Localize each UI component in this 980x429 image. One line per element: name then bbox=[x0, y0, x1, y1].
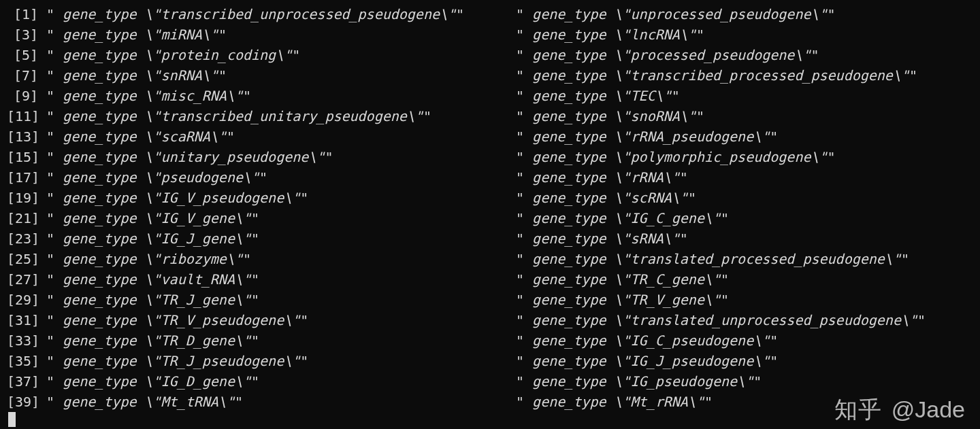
vector-element: " gene_type \"IG_C_gene\"" bbox=[516, 208, 973, 228]
output-row: [25]" gene_type \"ribozyme\""" gene_type… bbox=[7, 249, 973, 269]
vector-element: " gene_type \"scaRNA\"" bbox=[46, 126, 516, 147]
output-row: [39]" gene_type \"Mt_tRNA\""" gene_type … bbox=[7, 392, 973, 412]
vector-element: " gene_type \"vault_RNA\"" bbox=[46, 269, 516, 290]
output-row: [21]" gene_type \"IG_V_gene\""" gene_typ… bbox=[7, 208, 973, 228]
row-index: [9] bbox=[7, 86, 38, 106]
vector-element: " gene_type \"IG_J_pseudogene\"" bbox=[516, 351, 973, 371]
vector-element: " gene_type \"Mt_rRNA\"" bbox=[516, 392, 973, 412]
vector-element: " gene_type \"IG_J_gene\"" bbox=[46, 228, 516, 249]
row-index: [35] bbox=[7, 351, 38, 371]
vector-element: " gene_type \"polymorphic_pseudogene\"" bbox=[516, 147, 973, 167]
row-index: [37] bbox=[7, 371, 38, 392]
output-row: [27]" gene_type \"vault_RNA\""" gene_typ… bbox=[7, 269, 973, 290]
vector-element: " gene_type \"IG_C_pseudogene\"" bbox=[516, 330, 973, 351]
vector-element: " gene_type \"TR_C_gene\"" bbox=[516, 269, 973, 290]
output-row: [3]" gene_type \"miRNA\""" gene_type \"l… bbox=[7, 24, 973, 45]
row-index: [19] bbox=[7, 188, 38, 208]
vector-element: " gene_type \"translated_unprocessed_pse… bbox=[516, 310, 973, 330]
row-index: [21] bbox=[7, 208, 38, 228]
row-index: [39] bbox=[7, 392, 38, 412]
row-index: [27] bbox=[7, 269, 38, 290]
vector-element: " gene_type \"protein_coding\"" bbox=[46, 45, 516, 65]
row-index: [23] bbox=[7, 228, 38, 249]
vector-element: " gene_type \"lncRNA\"" bbox=[516, 24, 973, 45]
row-index: [3] bbox=[7, 24, 38, 45]
vector-element: " gene_type \"TR_V_pseudogene\"" bbox=[46, 310, 516, 330]
output-row: [5]" gene_type \"protein_coding\""" gene… bbox=[7, 45, 973, 65]
vector-element: " gene_type \"IG_pseudogene\"" bbox=[516, 371, 973, 392]
vector-element: " gene_type \"misc_RNA\"" bbox=[46, 86, 516, 106]
vector-element: " gene_type \"IG_D_gene\"" bbox=[46, 371, 516, 392]
output-row: [19]" gene_type \"IG_V_pseudogene\""" ge… bbox=[7, 188, 973, 208]
vector-element: " gene_type \"rRNA_pseudogene\"" bbox=[516, 126, 973, 147]
output-row: [11]" gene_type \"transcribed_unitary_ps… bbox=[7, 106, 973, 126]
output-row: [31]" gene_type \"TR_V_pseudogene\""" ge… bbox=[7, 310, 973, 330]
vector-element: " gene_type \"scRNA\"" bbox=[516, 188, 973, 208]
row-index: [11] bbox=[7, 106, 38, 126]
output-row: [13]" gene_type \"scaRNA\""" gene_type \… bbox=[7, 126, 973, 147]
vector-element: " gene_type \"TR_J_pseudogene\"" bbox=[46, 351, 516, 371]
output-row: [23]" gene_type \"IG_J_gene\""" gene_typ… bbox=[7, 228, 973, 249]
vector-element: " gene_type \"pseudogene\"" bbox=[46, 167, 516, 188]
vector-element: " gene_type \"transcribed_processed_pseu… bbox=[516, 65, 973, 86]
vector-element: " gene_type \"unprocessed_pseudogene\"" bbox=[516, 4, 973, 24]
vector-element: " gene_type \"miRNA\"" bbox=[46, 24, 516, 45]
row-index: [7] bbox=[7, 65, 38, 86]
output-row: [17]" gene_type \"pseudogene\""" gene_ty… bbox=[7, 167, 973, 188]
vector-element: " gene_type \"snRNA\"" bbox=[46, 65, 516, 86]
vector-element: " gene_type \"Mt_tRNA\"" bbox=[46, 392, 516, 412]
output-row: [37]" gene_type \"IG_D_gene\""" gene_typ… bbox=[7, 371, 973, 392]
row-index: [13] bbox=[7, 126, 38, 147]
row-index: [33] bbox=[7, 330, 38, 351]
row-index: [5] bbox=[7, 45, 38, 65]
terminal-output: [1]" gene_type \"transcribed_unprocessed… bbox=[0, 0, 980, 429]
vector-element: " gene_type \"rRNA\"" bbox=[516, 167, 973, 188]
vector-element: " gene_type \"TEC\"" bbox=[516, 86, 973, 106]
vector-element: " gene_type \"snoRNA\"" bbox=[516, 106, 973, 126]
output-row: [33]" gene_type \"TR_D_gene\""" gene_typ… bbox=[7, 330, 973, 351]
vector-element: " gene_type \"ribozyme\"" bbox=[46, 249, 516, 269]
vector-element: " gene_type \"sRNA\"" bbox=[516, 228, 973, 249]
vector-element: " gene_type \"TR_V_gene\"" bbox=[516, 290, 973, 310]
vector-element: " gene_type \"transcribed_unitary_pseudo… bbox=[46, 106, 516, 126]
row-index: [31] bbox=[7, 310, 38, 330]
output-row: [15]" gene_type \"unitary_pseudogene\"""… bbox=[7, 147, 973, 167]
vector-element: " gene_type \"processed_pseudogene\"" bbox=[516, 45, 973, 65]
row-index: [29] bbox=[7, 290, 38, 310]
output-row: [35]" gene_type \"TR_J_pseudogene\""" ge… bbox=[7, 351, 973, 371]
prompt-line[interactable] bbox=[7, 412, 973, 429]
output-row: [9]" gene_type \"misc_RNA\""" gene_type … bbox=[7, 86, 973, 106]
output-row: [29]" gene_type \"TR_J_gene\""" gene_typ… bbox=[7, 290, 973, 310]
output-row: [1]" gene_type \"transcribed_unprocessed… bbox=[7, 4, 973, 24]
row-index: [25] bbox=[7, 249, 38, 269]
row-index: [1] bbox=[7, 4, 38, 24]
vector-element: " gene_type \"unitary_pseudogene\"" bbox=[46, 147, 516, 167]
row-index: [17] bbox=[7, 167, 38, 188]
cursor-icon bbox=[8, 412, 16, 427]
output-row: [7]" gene_type \"snRNA\""" gene_type \"t… bbox=[7, 65, 973, 86]
vector-element: " gene_type \"transcribed_unprocessed_ps… bbox=[46, 4, 516, 24]
vector-element: " gene_type \"TR_D_gene\"" bbox=[46, 330, 516, 351]
vector-element: " gene_type \"IG_V_gene\"" bbox=[46, 208, 516, 228]
vector-element: " gene_type \"IG_V_pseudogene\"" bbox=[46, 188, 516, 208]
row-index: [15] bbox=[7, 147, 38, 167]
vector-element: " gene_type \"TR_J_gene\"" bbox=[46, 290, 516, 310]
vector-element: " gene_type \"translated_processed_pseud… bbox=[516, 249, 973, 269]
